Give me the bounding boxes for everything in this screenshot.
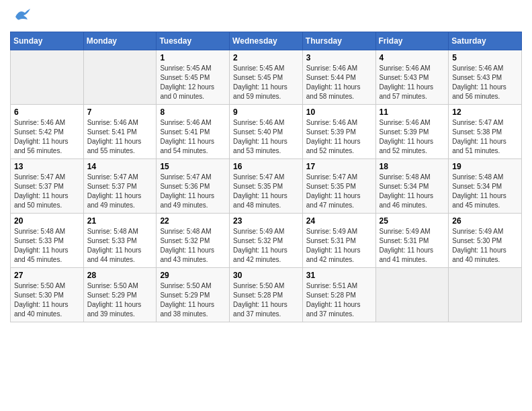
day-number: 5 — [452, 53, 518, 62]
daylight-text: and 38 minutes. — [160, 310, 208, 318]
calendar-cell: 10Sunrise: 5:46 AMSunset: 5:39 PMDayligh… — [302, 105, 375, 159]
daylight-text: Daylight: 11 hours — [452, 246, 506, 254]
weekday-header-thursday: Thursday — [302, 32, 375, 50]
weekday-header-monday: Monday — [83, 32, 157, 50]
day-number: 29 — [160, 271, 226, 280]
weekday-header-sunday: Sunday — [11, 32, 84, 50]
calendar-cell: 27Sunrise: 5:50 AMSunset: 5:30 PMDayligh… — [11, 268, 84, 322]
calendar-cell: 14Sunrise: 5:47 AMSunset: 5:37 PMDayligh… — [83, 159, 157, 214]
sunrise-text: Sunrise: 5:46 AM — [160, 119, 211, 126]
day-number: 22 — [160, 216, 226, 226]
daylight-text: and 52 minutes. — [306, 147, 354, 154]
day-info: Sunrise: 5:49 AMSunset: 5:32 PMDaylight:… — [233, 227, 299, 265]
sunrise-text: Sunrise: 5:49 AM — [452, 228, 503, 235]
sunset-text: Sunset: 5:29 PM — [160, 291, 210, 299]
day-number: 28 — [87, 271, 153, 280]
calendar-header-row: SundayMondayTuesdayWednesdayThursdayFrid… — [11, 32, 522, 50]
day-number: 20 — [14, 216, 80, 226]
calendar-cell: 6Sunrise: 5:46 AMSunset: 5:42 PMDaylight… — [11, 105, 84, 159]
day-number: 12 — [452, 107, 518, 117]
daylight-text: Daylight: 11 hours — [233, 246, 287, 254]
sunset-text: Sunset: 5:39 PM — [306, 128, 356, 136]
sunrise-text: Sunrise: 5:47 AM — [452, 119, 503, 126]
daylight-text: and 46 minutes. — [380, 201, 427, 209]
day-number: 14 — [87, 162, 153, 171]
daylight-text: Daylight: 11 hours — [14, 192, 69, 199]
day-info: Sunrise: 5:48 AMSunset: 5:34 PMDaylight:… — [452, 173, 518, 210]
calendar-cell: 18Sunrise: 5:48 AMSunset: 5:34 PMDayligh… — [375, 159, 449, 214]
calendar-cell: 28Sunrise: 5:50 AMSunset: 5:29 PMDayligh… — [83, 268, 157, 322]
day-number: 21 — [87, 216, 153, 226]
sunrise-text: Sunrise: 5:46 AM — [87, 119, 138, 126]
daylight-text: Daylight: 11 hours — [160, 192, 214, 199]
daylight-text: and 56 minutes. — [14, 147, 62, 154]
day-number: 18 — [380, 162, 445, 171]
daylight-text: Daylight: 11 hours — [380, 83, 434, 91]
day-info: Sunrise: 5:48 AMSunset: 5:32 PMDaylight:… — [160, 227, 226, 265]
daylight-text: and 40 minutes. — [452, 256, 500, 263]
sunrise-text: Sunrise: 5:46 AM — [380, 64, 431, 72]
daylight-text: and 47 minutes. — [306, 201, 354, 209]
sunset-text: Sunset: 5:30 PM — [14, 291, 64, 299]
sunset-text: Sunset: 5:43 PM — [380, 74, 429, 81]
daylight-text: and 49 minutes. — [87, 201, 135, 209]
calendar-cell — [449, 268, 522, 322]
sunset-text: Sunset: 5:44 PM — [306, 74, 356, 81]
daylight-text: and 37 minutes. — [306, 310, 354, 318]
day-number: 25 — [380, 216, 445, 226]
daylight-text: Daylight: 11 hours — [306, 192, 361, 199]
day-number: 24 — [306, 216, 372, 226]
day-info: Sunrise: 5:48 AMSunset: 5:34 PMDaylight:… — [380, 173, 445, 210]
sunset-text: Sunset: 5:31 PM — [380, 237, 429, 244]
daylight-text: Daylight: 11 hours — [380, 246, 434, 254]
day-info: Sunrise: 5:47 AMSunset: 5:36 PMDaylight:… — [160, 173, 226, 210]
daylight-text: Daylight: 11 hours — [380, 192, 434, 199]
day-info: Sunrise: 5:50 AMSunset: 5:28 PMDaylight:… — [233, 281, 299, 319]
weekday-header-wednesday: Wednesday — [230, 32, 303, 50]
sunset-text: Sunset: 5:36 PM — [160, 183, 210, 190]
day-info: Sunrise: 5:46 AMSunset: 5:41 PMDaylight:… — [87, 118, 153, 156]
day-number: 16 — [233, 162, 299, 171]
daylight-text: Daylight: 11 hours — [233, 83, 287, 91]
daylight-text: Daylight: 11 hours — [87, 246, 142, 254]
sunrise-text: Sunrise: 5:48 AM — [452, 173, 503, 181]
daylight-text: Daylight: 11 hours — [233, 138, 287, 145]
calendar-week-row: 27Sunrise: 5:50 AMSunset: 5:30 PMDayligh… — [11, 268, 522, 322]
sunrise-text: Sunrise: 5:47 AM — [87, 173, 138, 181]
day-number: 31 — [306, 271, 372, 280]
day-info: Sunrise: 5:47 AMSunset: 5:37 PMDaylight:… — [14, 173, 80, 210]
sunset-text: Sunset: 5:28 PM — [306, 291, 356, 299]
calendar-cell: 17Sunrise: 5:47 AMSunset: 5:35 PMDayligh… — [302, 159, 375, 214]
day-number: 19 — [452, 162, 518, 171]
weekday-header-saturday: Saturday — [449, 32, 522, 50]
daylight-text: Daylight: 11 hours — [452, 83, 506, 91]
calendar-week-row: 1Sunrise: 5:45 AMSunset: 5:45 PMDaylight… — [11, 50, 522, 105]
daylight-text: and 59 minutes. — [233, 93, 281, 100]
daylight-text: and 42 minutes. — [306, 256, 354, 263]
sunset-text: Sunset: 5:40 PM — [233, 128, 283, 136]
daylight-text: Daylight: 11 hours — [306, 83, 361, 91]
sunrise-text: Sunrise: 5:47 AM — [14, 173, 65, 181]
day-number: 2 — [233, 53, 299, 62]
day-number: 13 — [14, 162, 80, 171]
daylight-text: Daylight: 11 hours — [14, 138, 69, 145]
calendar-cell: 1Sunrise: 5:45 AMSunset: 5:45 PMDaylight… — [157, 50, 230, 105]
day-info: Sunrise: 5:46 AMSunset: 5:44 PMDaylight:… — [306, 64, 372, 101]
sunrise-text: Sunrise: 5:48 AM — [380, 173, 431, 181]
sunset-text: Sunset: 5:37 PM — [14, 183, 64, 190]
day-info: Sunrise: 5:45 AMSunset: 5:45 PMDaylight:… — [233, 64, 299, 101]
daylight-text: and 37 minutes. — [233, 310, 281, 318]
sunrise-text: Sunrise: 5:49 AM — [380, 228, 431, 235]
sunset-text: Sunset: 5:29 PM — [87, 291, 137, 299]
day-number: 11 — [380, 107, 445, 117]
daylight-text: and 39 minutes. — [87, 310, 135, 318]
day-info: Sunrise: 5:49 AMSunset: 5:31 PMDaylight:… — [306, 227, 372, 265]
calendar-cell: 4Sunrise: 5:46 AMSunset: 5:43 PMDaylight… — [375, 50, 449, 105]
sunset-text: Sunset: 5:35 PM — [306, 183, 356, 190]
sunset-text: Sunset: 5:34 PM — [452, 183, 502, 190]
daylight-text: Daylight: 11 hours — [233, 301, 287, 308]
sunset-text: Sunset: 5:34 PM — [380, 183, 429, 190]
day-info: Sunrise: 5:47 AMSunset: 5:38 PMDaylight:… — [452, 118, 518, 156]
sunrise-text: Sunrise: 5:47 AM — [160, 173, 211, 181]
daylight-text: Daylight: 11 hours — [380, 138, 434, 145]
